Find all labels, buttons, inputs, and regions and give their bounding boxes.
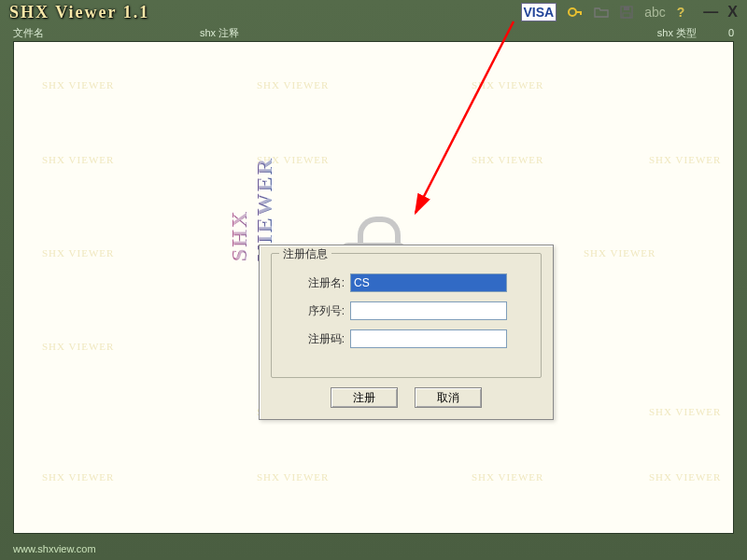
app-title: SHX Viewer 1.1 <box>9 3 149 22</box>
watermark-text: SHX VIEWER <box>42 471 114 483</box>
vertical-watermark: SHX VIEWER <box>227 117 277 261</box>
watermark-text: SHX VIEWER <box>257 154 329 165</box>
help-icon[interactable]: ? <box>677 5 685 20</box>
col-count: 0 <box>697 27 734 38</box>
save-icon[interactable] <box>620 6 633 19</box>
open-folder-icon[interactable] <box>594 6 609 19</box>
register-groupbox: 注册信息 注册名: 序列号: 注册码: <box>271 253 542 378</box>
col-type: shx 类型 <box>622 26 697 40</box>
key-icon[interactable] <box>568 6 583 19</box>
watermark-text: SHX VIEWER <box>472 154 543 165</box>
titlebar: SHX Viewer 1.1 VISA abc ? — X <box>0 0 747 24</box>
watermark-text: SHX VIEWER <box>649 471 721 483</box>
minimize-button[interactable]: — <box>703 4 718 21</box>
abc-icon[interactable]: abc <box>644 5 666 20</box>
watermark-text: SHX VIEWER <box>257 471 329 483</box>
register-button[interactable]: 注册 <box>331 387 398 408</box>
svg-rect-4 <box>624 7 629 10</box>
name-label: 注册名: <box>292 275 345 291</box>
visa-icon[interactable]: VISA <box>521 3 557 21</box>
content-area: SHX VIEWER SHX VIEWER SHX VIEWER SHX VIE… <box>13 41 734 534</box>
col-comment: shx 注释 <box>200 26 622 40</box>
svg-rect-5 <box>623 13 630 18</box>
watermark-text: SHX VIEWER <box>649 154 721 165</box>
close-button[interactable]: X <box>727 4 738 21</box>
cancel-button[interactable]: 取消 <box>415 387 482 408</box>
window-controls: — X <box>703 4 738 21</box>
col-filename: 文件名 <box>13 26 200 40</box>
code-label: 注册码: <box>292 331 345 347</box>
watermark-text: SHX VIEWER <box>584 247 655 259</box>
register-dialog: 注册信息 注册名: 序列号: 注册码: 注册 取消 <box>259 245 554 420</box>
status-url: www.shxview.com <box>13 543 96 554</box>
svg-point-0 <box>569 8 576 16</box>
watermark-text: SHX VIEWER <box>257 79 329 91</box>
watermark-text: SHX VIEWER <box>472 79 543 91</box>
serial-input[interactable] <box>350 301 507 320</box>
svg-rect-2 <box>580 11 582 15</box>
column-header: 文件名 shx 注释 shx 类型 0 <box>0 24 747 41</box>
watermark-text: SHX VIEWER <box>42 247 114 259</box>
groupbox-title: 注册信息 <box>279 246 331 262</box>
toolbar: VISA abc ? <box>521 3 685 21</box>
name-input[interactable] <box>350 273 507 292</box>
watermark-text: SHX VIEWER <box>42 341 114 352</box>
watermark-text: SHX VIEWER <box>649 406 721 417</box>
watermark-text: SHX VIEWER <box>42 154 114 165</box>
serial-label: 序列号: <box>292 303 345 319</box>
code-input[interactable] <box>350 329 507 348</box>
watermark-text: SHX VIEWER <box>42 79 114 91</box>
watermark-text: SHX VIEWER <box>472 471 543 483</box>
